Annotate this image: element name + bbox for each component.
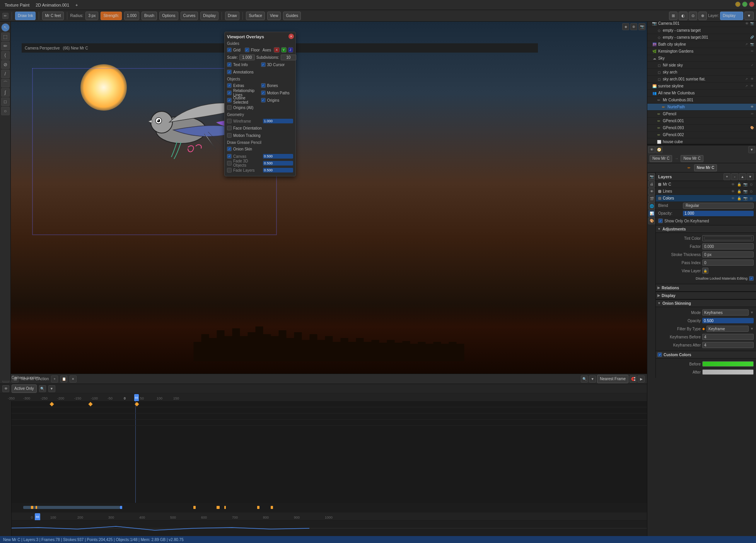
guides-btn[interactable]: Guides (283, 12, 301, 20)
color-icon[interactable]: 🎨 (750, 126, 754, 130)
subdivisions-value[interactable]: 10 (281, 55, 296, 60)
outliner-item[interactable]: ✏ GPencil.093 🎨 (647, 125, 756, 131)
layer-lock-icon[interactable]: 🔒 (737, 182, 741, 187)
x-axis-btn[interactable]: X (274, 47, 279, 53)
eye-icon-2[interactable]: 👁 (750, 84, 754, 89)
maximize-button[interactable]: □ (742, 2, 747, 7)
check-icon[interactable]: ✓ (750, 63, 754, 68)
link-icon[interactable]: 🔗 (750, 35, 754, 40)
tl-filter-icon[interactable]: ▼ (48, 385, 55, 392)
custom-colors-header[interactable]: Custom Colors (656, 351, 756, 359)
extras-checkbox[interactable] (227, 83, 232, 88)
radius-value[interactable]: 3 px (85, 12, 98, 20)
outliner-item[interactable]: 🌿 Kensington Gardens ✏ (647, 48, 756, 55)
tool-erase[interactable]: ⟨ (1, 51, 10, 60)
tool-box[interactable]: □ (1, 97, 10, 106)
curves-btn[interactable]: Curves (181, 12, 198, 20)
layer-render-icon[interactable]: 📷 (743, 189, 747, 194)
fade-layers-checkbox[interactable] (227, 168, 232, 172)
tool-circle[interactable]: ○ (1, 107, 10, 115)
viewport-canvas[interactable]: ◈ ⊕ 📷 (11, 22, 647, 381)
relations-header[interactable]: ▶ Relations (656, 284, 756, 292)
pass-index-value[interactable]: 0 (702, 260, 754, 266)
outliner-item[interactable]: ◻ N# side sky ✓ (647, 62, 756, 69)
vp-icon-3[interactable]: 📷 (638, 23, 645, 30)
z-axis-btn[interactable]: Z (288, 47, 294, 53)
vp-icon-2[interactable]: ⊕ (630, 23, 637, 30)
cursor-3d-checkbox[interactable] (261, 62, 266, 67)
onion-skinning-header[interactable]: ▼ Onion Skinning (656, 299, 756, 307)
layer-dropdown[interactable]: ▼ (744, 12, 754, 20)
render-icon[interactable]: 📷 (750, 21, 754, 26)
outliner-item-active[interactable]: ✏ NurtePath 👁 (647, 104, 756, 111)
gp-name-2[interactable]: New Mr C (681, 155, 703, 162)
outliner-item[interactable]: ◇ empty - camera target (647, 27, 756, 34)
layer-colors-btn[interactable]: Display (720, 12, 743, 20)
layer-lock-icon[interactable]: 🔒 (737, 189, 741, 194)
outliner-item[interactable]: ✏ GPencil ✏ (647, 111, 756, 118)
outliner-item[interactable]: ✏ GPencil.001 (647, 118, 756, 125)
view-layer-checkbox[interactable]: 🔒 (702, 268, 708, 274)
camera-icon[interactable]: 📷 (750, 42, 754, 47)
y-axis-btn[interactable]: Y (281, 47, 287, 53)
scale-value[interactable]: 1.000 (239, 55, 255, 60)
menu-texture-paint[interactable]: Texture Paint (2, 2, 32, 8)
layer-hide-icon[interactable]: ⊙ (749, 182, 754, 187)
props-sort-icon[interactable]: ▼ (748, 146, 755, 153)
outliner-item[interactable]: ◇ empty - camera target.001 🔗 (647, 34, 756, 41)
blend-value[interactable]: Regular (683, 203, 754, 209)
tool-cursor[interactable]: ↖ (1, 23, 10, 32)
disallow-checkbox[interactable] (749, 276, 754, 281)
wireframe-checkbox[interactable] (227, 119, 232, 123)
display-header[interactable]: ▶ Display (656, 292, 756, 299)
world-tab[interactable]: 🌐 (648, 203, 655, 210)
scene-tab[interactable]: 🎬 (648, 195, 655, 202)
menu-2d-animation[interactable]: 2D Animation.001 (33, 2, 72, 8)
outliner-item[interactable]: 👥 All new Mr Columbus (647, 90, 756, 97)
timeline-sort-icon[interactable]: ▼ (589, 376, 596, 382)
mode-value[interactable]: Keyframes (702, 309, 749, 316)
brush-btn[interactable]: Brush (142, 12, 157, 20)
view-tab[interactable]: 👁 (648, 188, 655, 195)
bones-checkbox[interactable] (261, 83, 266, 88)
active-only-btn[interactable]: Active Only (12, 384, 37, 393)
factor-value[interactable]: 0.000 (702, 243, 754, 249)
tool-select-box[interactable]: ⬚ (1, 32, 10, 41)
layer-render-icon-active[interactable]: 📷 (743, 196, 747, 201)
gp-active-name[interactable]: New Mr C (694, 164, 717, 171)
layer-item[interactable]: Mr C 👁 🔒 📷 ⊙ (656, 181, 756, 188)
eye-icon[interactable]: 👁 (750, 77, 754, 82)
wireframe-bar[interactable]: 1.000 (263, 119, 294, 123)
opacity-bar[interactable]: 1.000 (683, 211, 754, 216)
layer-move-down-btn[interactable]: ▼ (747, 173, 754, 180)
object-name[interactable]: Mr C feet (42, 12, 63, 20)
tool-arc[interactable]: ⌒ (1, 79, 10, 87)
onion-opacity-bar[interactable]: 0.500 (702, 318, 754, 323)
vp-icon-1[interactable]: ◈ (622, 23, 629, 30)
gizmo-btn[interactable]: ⊕ (698, 12, 707, 20)
eye-icon[interactable]: 👁 (750, 105, 754, 109)
layer-hide-icon[interactable]: ⊙ (749, 189, 754, 194)
nearest-frame-btn[interactable]: Nearest Frame (597, 375, 628, 383)
tool-draw[interactable]: ✏ (1, 42, 10, 50)
origins-checkbox[interactable] (261, 98, 266, 102)
tl-search-icon[interactable]: 🔍 (39, 385, 46, 392)
tint-color-swatch[interactable] (704, 236, 752, 240)
outliner-item[interactable]: 🌅 sunrise skyline ↗ 👁 (647, 83, 756, 90)
kf-before-value[interactable]: 4 (702, 334, 754, 340)
layer-render-icon[interactable]: 📷 (743, 182, 747, 187)
vp-icon-props[interactable]: 👁 (648, 146, 655, 153)
layer-eye-icon[interactable]: 👁 (730, 182, 735, 187)
mode-selector[interactable]: Draw Ink (15, 12, 36, 20)
material-tab[interactable]: 🎨 (648, 217, 655, 224)
minimize-button[interactable]: − (735, 2, 741, 7)
relationship-checkbox[interactable] (227, 90, 232, 95)
layer-move-up-btn[interactable]: ▲ (739, 173, 746, 180)
pencil-icon[interactable]: ✏ (750, 112, 754, 116)
timeline-filter-icon[interactable]: 🔍 (581, 376, 588, 382)
strength-value[interactable]: 1.000 (124, 12, 139, 20)
edit-icon[interactable]: ✏ (750, 49, 754, 54)
tl-view-icon[interactable]: 👁 (2, 385, 9, 392)
stroke-thickness-value[interactable]: 0 px (702, 251, 754, 258)
outliner-item[interactable]: ✏ GPencil.002 (647, 131, 756, 138)
